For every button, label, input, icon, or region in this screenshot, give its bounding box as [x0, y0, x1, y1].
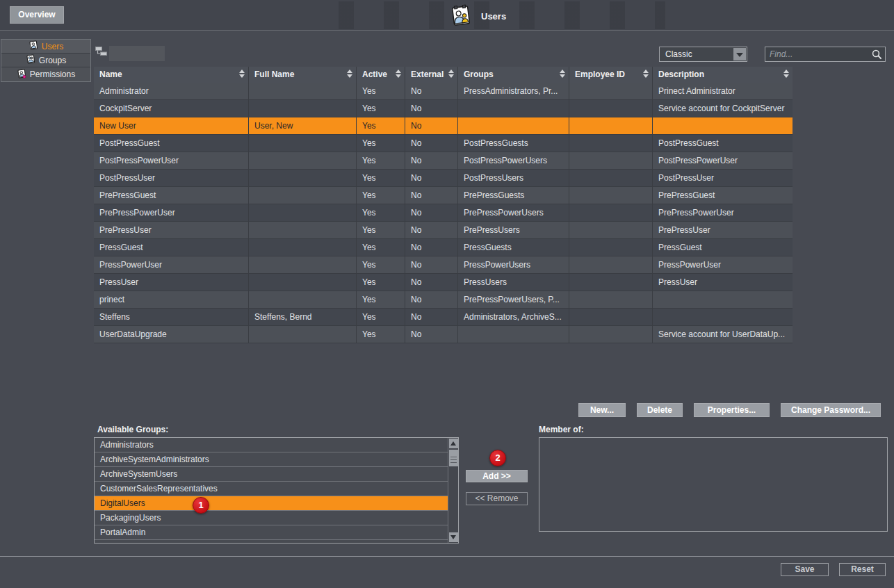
cell-full-name	[248, 291, 356, 308]
change-password-button[interactable]: Change Password...	[781, 403, 881, 417]
cell-full-name	[248, 326, 356, 343]
cell-description: PostPressPowerUser	[652, 152, 793, 169]
cell-employee-id	[569, 83, 652, 99]
cell-external: No	[405, 152, 457, 169]
group-list-item[interactable]: DigitalUsers	[95, 496, 448, 511]
scroll-up-button[interactable]	[449, 439, 458, 448]
column-header-full-name[interactable]: Full Name	[248, 67, 356, 83]
dropdown-arrow-button[interactable]	[733, 48, 746, 60]
group-list-item[interactable]: ArchiveSystemUsers	[95, 467, 448, 482]
cell-active: Yes	[356, 135, 405, 152]
cell-active: Yes	[356, 83, 405, 99]
cell-full-name	[248, 100, 356, 117]
cell-employee-id	[569, 117, 652, 134]
cell-description: PrePressPowerUser	[652, 204, 793, 221]
cell-active: Yes	[356, 204, 405, 221]
sort-arrows-icon	[239, 70, 245, 78]
table-row[interactable]: UserDataUpgradeYesNoService account for …	[94, 326, 793, 343]
sidebar-item-permissions[interactable]: Permissions	[1, 67, 90, 81]
column-header-external[interactable]: External	[405, 67, 457, 83]
sort-arrows-icon	[783, 70, 789, 78]
find-input[interactable]	[770, 48, 867, 60]
cell-employee-id	[569, 326, 652, 343]
save-button[interactable]: Save	[781, 563, 829, 576]
table-row[interactable]: PostPressPowerUserYesNoPostPressPowerUse…	[94, 152, 793, 170]
table-row[interactable]: prinectYesNoPrePressPowerUsers, P...	[94, 291, 793, 309]
cell-external: No	[405, 326, 457, 343]
table-row[interactable]: CockpitServerYesNoService account for Co…	[94, 100, 793, 117]
column-header-name[interactable]: Name	[94, 67, 248, 83]
new-user-button[interactable]: New...	[578, 403, 626, 417]
sort-arrows-icon	[448, 70, 454, 78]
reset-button[interactable]: Reset	[839, 563, 886, 576]
cell-active: Yes	[356, 326, 405, 343]
table-row[interactable]: PostPressGuestYesNoPostPressGuestsPostPr…	[94, 135, 793, 152]
cell-description: PressGuest	[652, 239, 793, 256]
cell-description	[652, 291, 793, 308]
arrow-up-icon	[450, 441, 456, 446]
search-icon[interactable]	[871, 49, 883, 60]
scrollbar-thumb[interactable]	[449, 450, 458, 466]
cell-full-name	[248, 274, 356, 291]
table-row[interactable]: PrePressGuestYesNoPrePressGuestsPrePress…	[94, 187, 793, 204]
available-groups-label: Available Groups:	[97, 425, 168, 434]
column-header-groups[interactable]: Groups	[457, 67, 569, 83]
table-row[interactable]: PressUserYesNoPressUsersPressUser	[94, 274, 793, 291]
member-of-listbox[interactable]	[539, 437, 888, 532]
cell-description: PressUser	[652, 274, 793, 291]
sidebar-tabs: Users Groups	[1, 39, 91, 82]
cell-external: No	[405, 170, 457, 186]
cell-groups: PressAdministrators, Pr...	[457, 83, 569, 99]
sidebar-item-groups[interactable]: Groups	[1, 54, 90, 67]
cell-external: No	[405, 309, 457, 325]
delete-user-button[interactable]: Delete	[637, 403, 683, 417]
group-list-item[interactable]: Administrators	[95, 438, 448, 452]
cell-full-name: Steffens, Bernd	[248, 309, 356, 325]
cell-name: PostPressPowerUser	[94, 152, 248, 169]
column-header-description[interactable]: Description	[652, 67, 793, 83]
table-row[interactable]: PostPressUserYesNoPostPressUsersPostPres…	[94, 170, 793, 187]
cell-external: No	[405, 83, 457, 99]
users-table-header: NameFull NameActiveExternalGroupsEmploye…	[94, 67, 793, 83]
hierarchy-filter-icon[interactable]	[95, 46, 107, 58]
cell-external: No	[405, 187, 457, 204]
group-list-item[interactable]: PortalAdmin	[95, 525, 448, 540]
cell-full-name: User, New	[248, 117, 356, 134]
users-card-icon	[29, 40, 38, 52]
view-style-dropdown[interactable]: Classic	[659, 47, 747, 62]
properties-button[interactable]: Properties...	[694, 403, 770, 417]
find-box	[765, 47, 886, 62]
cell-groups: PrePressGuests	[457, 187, 569, 204]
groups-scrollbar[interactable]	[448, 438, 458, 543]
cell-groups: PrePressPowerUsers	[457, 204, 569, 221]
remove-group-button[interactable]: << Remove	[466, 492, 528, 505]
table-row[interactable]: PressPowerUserYesNoPressPowerUsersPressP…	[94, 256, 793, 274]
cell-employee-id	[569, 291, 652, 308]
member-of-label: Member of:	[539, 425, 584, 434]
table-row[interactable]: PressGuestYesNoPressGuestsPressGuest	[94, 239, 793, 256]
table-row[interactable]: PrePressPowerUserYesNoPrePressPowerUsers…	[94, 204, 793, 222]
sort-arrows-icon	[643, 70, 649, 78]
cell-groups	[457, 100, 569, 117]
group-list-item[interactable]: ArchiveSystemAdministrators	[95, 452, 448, 467]
group-list-item[interactable]: CustomerSalesRepresentatives	[95, 482, 448, 496]
column-header-employee-id[interactable]: Employee ID	[569, 67, 652, 83]
filter-field[interactable]	[109, 46, 165, 61]
group-list-item[interactable]: PackagingUsers	[95, 511, 448, 525]
cell-name: PostPressUser	[94, 170, 248, 186]
column-header-active[interactable]: Active	[356, 67, 405, 83]
column-header-label: Name	[99, 70, 122, 79]
table-row[interactable]: New UserUser, NewYesNo	[94, 117, 793, 135]
scroll-down-button[interactable]	[449, 532, 458, 542]
add-group-button[interactable]: Add >>	[466, 470, 528, 482]
cell-description: Prinect Administrator	[652, 83, 793, 99]
cell-description: Service account for CockpitServer	[652, 100, 793, 117]
table-row[interactable]: SteffensSteffens, BerndYesNoAdministrato…	[94, 309, 793, 326]
sidebar-item-users[interactable]: Users	[1, 40, 90, 54]
cell-active: Yes	[356, 152, 405, 169]
cell-active: Yes	[356, 117, 405, 134]
table-row[interactable]: AdministratorYesNoPressAdministrators, P…	[94, 83, 793, 100]
arrow-down-icon	[450, 535, 456, 539]
table-row[interactable]: PrePressUserYesNoPrePressUsersPrePressUs…	[94, 222, 793, 239]
overview-button[interactable]: Overview	[10, 6, 64, 24]
